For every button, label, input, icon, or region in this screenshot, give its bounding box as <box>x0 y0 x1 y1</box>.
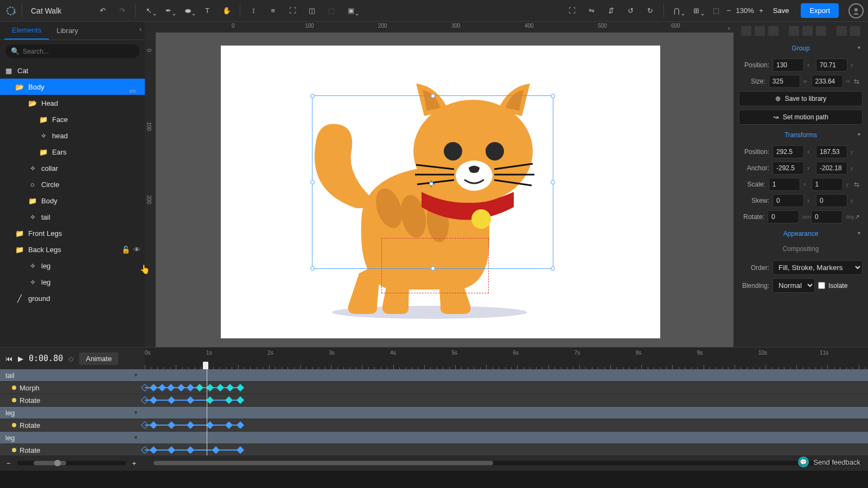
section-group[interactable]: Group <box>739 41 863 55</box>
keyframe[interactable] <box>150 384 157 391</box>
tree-item-cat[interactable]: ▦Cat <box>0 62 145 79</box>
timeline-h-scroll[interactable] <box>154 461 861 465</box>
tree-item-face[interactable]: 📁Face <box>0 111 145 127</box>
shape-tool-icon[interactable]: ⬬ <box>179 2 196 20</box>
keyframe[interactable] <box>226 384 234 391</box>
keyframe[interactable] <box>206 384 214 391</box>
canvas-nav-right-icon[interactable]: › <box>728 24 730 32</box>
track-rotate[interactable]: Rotate <box>0 394 868 407</box>
timeline-ruler[interactable]: 0s1s2s3s4s5s6s7s8s9s10s11s <box>145 348 858 369</box>
set-motion-path-button[interactable]: ↝Set motion path <box>739 110 863 125</box>
export-button[interactable]: Export <box>801 3 839 18</box>
hand-tool-icon[interactable]: ✋ <box>218 2 235 20</box>
text-tool-icon[interactable]: T <box>199 2 216 20</box>
artboard[interactable] <box>221 46 660 338</box>
zoom-value[interactable]: 130% <box>734 7 756 15</box>
zoom-tl-out-icon[interactable]: − <box>7 459 11 467</box>
flip-v-icon[interactable]: ⇵ <box>603 2 620 20</box>
rewind-icon[interactable]: ⏮ <box>5 355 12 363</box>
link-scale-icon[interactable]: ⇆ <box>854 181 863 188</box>
keyframe[interactable] <box>237 396 244 404</box>
pointer-tool-icon[interactable]: ↖ <box>140 2 157 20</box>
align-bottom-icon[interactable] <box>816 26 826 36</box>
mask-icon[interactable]: ◫ <box>303 2 321 20</box>
position-x-input[interactable] <box>773 59 804 72</box>
tab-elements[interactable]: Elements <box>4 22 49 40</box>
keyframe[interactable] <box>150 421 157 429</box>
align-center-v-icon[interactable] <box>802 26 813 36</box>
keyframe-mode-icon[interactable]: ◇ <box>68 355 74 363</box>
search-input[interactable] <box>23 48 134 55</box>
track-leg[interactable]: leg▼ <box>0 407 868 419</box>
keyframe[interactable] <box>196 384 203 391</box>
keyframe[interactable] <box>168 421 175 429</box>
collapse-sidebar-icon[interactable]: ‹ <box>139 25 142 33</box>
t-pos-x-input[interactable] <box>773 145 804 158</box>
track-tail[interactable]: tail▼ <box>0 369 868 382</box>
tree-item-back-legs[interactable]: 📁Back Legs🔓👁 <box>0 241 145 258</box>
keyframe[interactable] <box>206 421 214 429</box>
selection-box[interactable] <box>312 95 553 269</box>
track-morph[interactable]: Morph <box>0 382 868 394</box>
keyframe[interactable] <box>187 384 194 391</box>
timeline-zoom-scroll[interactable] <box>17 461 126 465</box>
align-top-icon[interactable] <box>789 26 799 36</box>
save-to-library-button[interactable]: ⊕Save to library <box>739 91 863 106</box>
tree-item-ground[interactable]: ╱ground <box>0 290 145 306</box>
tree-item-head[interactable]: 📂Head <box>0 95 145 111</box>
tab-library[interactable]: Library <box>49 22 86 39</box>
keyframe[interactable] <box>150 446 157 454</box>
animate-button[interactable]: Animate <box>79 352 118 365</box>
zoom-in-icon[interactable]: + <box>759 7 763 15</box>
tree-item-leg[interactable]: ✧leg <box>0 258 145 274</box>
save-button[interactable]: Save <box>765 3 797 18</box>
size-w-input[interactable] <box>769 75 800 88</box>
collapse-icon[interactable]: ▼ <box>133 410 138 415</box>
filter-icon[interactable]: ≔ <box>129 87 136 95</box>
keyframe[interactable] <box>177 384 185 391</box>
scale-y-input[interactable] <box>812 178 843 191</box>
size-h-input[interactable] <box>812 75 843 88</box>
keyframe[interactable] <box>187 421 194 429</box>
isolate-checkbox[interactable] <box>818 282 825 289</box>
boolean-icon[interactable]: ▣ <box>342 2 360 20</box>
visibility-icon[interactable]: 👁 <box>133 246 141 254</box>
keyframe[interactable] <box>187 396 194 404</box>
rotate-ccw-icon[interactable]: ↺ <box>622 2 640 20</box>
rotate-deg-input[interactable] <box>811 210 843 223</box>
keyframe[interactable] <box>216 384 224 391</box>
tree-item-front-legs[interactable]: 📁Front Legs <box>0 225 145 241</box>
keyframe[interactable] <box>225 396 233 404</box>
collapse-icon[interactable]: ▼ <box>133 435 138 440</box>
tree-item-tail[interactable]: ✧tail <box>0 209 145 225</box>
keyframe[interactable] <box>158 384 166 391</box>
align-center-h-icon[interactable] <box>755 26 765 36</box>
redo-icon[interactable]: ↷ <box>113 2 131 20</box>
app-logo[interactable] <box>4 4 17 17</box>
layers-icon[interactable]: ≡ <box>264 2 282 20</box>
play-icon[interactable]: ▶ <box>18 355 23 363</box>
tree-item-body[interactable]: 📂Body <box>0 79 145 95</box>
undo-icon[interactable]: ↶ <box>94 2 111 20</box>
keyframe[interactable] <box>150 396 157 404</box>
zoom-tl-in-icon[interactable]: + <box>132 459 137 467</box>
keyframe[interactable] <box>167 384 175 391</box>
canvas[interactable]: 0100200300400500600 0100200 › <box>145 22 733 347</box>
order-select[interactable]: Fill, Stroke, Markers <box>773 260 863 275</box>
collapse-icon[interactable]: ▼ <box>133 373 138 378</box>
tree-item-ears[interactable]: 📁Ears <box>0 144 145 160</box>
distribute-v-icon[interactable] <box>850 26 860 36</box>
link-size-icon[interactable]: ⇆ <box>854 78 863 85</box>
keyframe[interactable] <box>187 446 194 454</box>
skew-y-input[interactable] <box>816 194 847 207</box>
tree-item-leg[interactable]: ✧leg <box>0 274 145 290</box>
tree-item-head[interactable]: ✧head <box>0 127 145 144</box>
zoom-out-icon[interactable]: − <box>727 7 731 15</box>
pen-tool-icon[interactable]: ✒ <box>159 2 177 20</box>
keyframe[interactable] <box>168 446 175 454</box>
magnet-icon[interactable]: ⋂ <box>668 2 686 20</box>
clip-icon[interactable]: ⬚ <box>323 2 340 20</box>
track-rotate[interactable]: Rotate <box>0 444 868 455</box>
rotate-reset-icon[interactable]: ↗ <box>854 213 863 221</box>
blending-select[interactable]: Normal <box>773 278 815 293</box>
